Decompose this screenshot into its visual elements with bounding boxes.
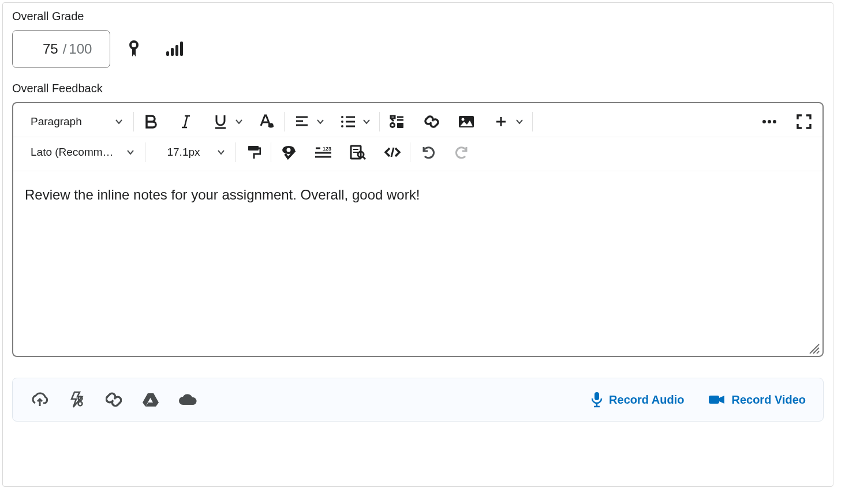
insert-stuff-button[interactable] [384,109,410,134]
font-size-dropdown[interactable]: 17.1px [150,140,231,165]
toolbar-separator [410,142,410,162]
toolbar-separator [532,112,533,131]
toolbar-separator [235,142,236,162]
font-dropdown[interactable]: Lato (Recomm… [25,140,140,165]
upload-file-icon[interactable] [30,390,50,409]
svg-point-21 [391,123,395,127]
list-button[interactable] [335,109,361,134]
svg-point-24 [462,118,465,121]
format-dropdown[interactable]: Paragraph [25,109,129,134]
svg-rect-4 [180,42,183,56]
record-audio-button[interactable]: Record Audio [590,392,684,408]
align-dropdown[interactable] [312,109,328,134]
svg-rect-1 [166,51,169,56]
svg-rect-3 [175,45,178,56]
svg-rect-30 [248,146,259,151]
svg-point-15 [341,125,343,127]
microphone-icon [590,392,603,408]
attachment-bar: Record Audio Record Video [12,378,824,422]
underline-dropdown[interactable] [231,109,247,134]
format-painter-button[interactable] [241,140,266,165]
toolbar-separator [133,112,134,131]
grade-max: 100 [69,41,92,57]
editor-toolbar-row-1: Paragraph [13,103,822,137]
record-links: Record Audio Record Video [590,392,806,408]
chevron-down-icon [515,118,524,126]
insert-more-button[interactable] [488,109,514,134]
bar-chart-icon[interactable] [164,39,184,59]
svg-line-41 [363,157,365,159]
chevron-down-icon [115,118,123,126]
svg-rect-2 [171,48,174,56]
quicklink-icon[interactable] [67,390,87,409]
svg-point-14 [341,121,343,123]
chevron-down-icon [362,118,371,126]
ribbon-icon[interactable] [124,39,144,59]
chevron-down-icon [217,148,225,156]
chevron-down-icon [235,118,243,126]
word-count-button[interactable]: 123 [311,140,336,165]
link-button[interactable] [419,109,444,134]
toolbar-separator [271,142,271,162]
bold-button[interactable] [139,109,164,134]
svg-rect-48 [594,392,599,400]
onedrive-icon[interactable] [178,390,197,409]
accessibility-check-button[interactable] [276,140,301,165]
source-code-button[interactable] [380,140,405,165]
svg-point-29 [773,120,776,123]
list-dropdown[interactable] [358,109,375,134]
svg-text:123: 123 [323,146,331,152]
svg-point-27 [762,120,766,123]
svg-point-32 [287,148,291,152]
svg-line-42 [391,148,394,157]
rich-text-editor: Paragraph [12,102,824,357]
toolbar-separator [284,112,285,131]
record-video-button[interactable]: Record Video [708,393,806,407]
svg-point-13 [341,116,343,118]
editor-content-area[interactable]: Review the inline notes for your assignm… [13,171,822,356]
align-button[interactable] [289,109,315,134]
fullscreen-button[interactable] [791,109,817,134]
svg-rect-51 [709,396,719,404]
feedback-text: Review the inline notes for your assignm… [25,185,811,205]
attach-link-icon[interactable] [104,390,124,409]
attachment-icons [30,390,197,409]
chevron-down-icon [316,118,324,126]
font-dropdown-label: Lato (Recomm… [31,146,114,159]
svg-rect-22 [397,123,403,128]
grade-input-group[interactable]: / 100 [12,30,110,68]
chevron-down-icon [126,148,134,156]
toolbar-separator [379,112,380,131]
overall-grade-label: Overall Grade [12,10,824,23]
video-camera-icon [708,394,726,405]
redo-button[interactable] [450,140,475,165]
grade-value-input[interactable] [31,40,59,58]
font-color-button[interactable] [254,109,279,134]
svg-line-7 [185,116,188,127]
image-button[interactable] [454,109,479,134]
feedback-panel: Overall Grade / 100 Overall Feedback Par… [2,2,833,487]
record-audio-label: Record Audio [609,393,684,407]
underline-button[interactable] [208,109,233,134]
preview-button[interactable] [345,140,371,165]
overall-feedback-label: Overall Feedback [12,82,824,95]
insert-more-dropdown[interactable] [511,109,528,134]
toolbar-separator [145,142,145,162]
grade-row: / 100 [12,30,824,68]
svg-line-45 [817,351,819,353]
resize-handle-icon[interactable] [807,342,820,355]
record-video-label: Record Video [731,393,806,407]
more-actions-button[interactable] [757,109,782,134]
undo-button[interactable] [415,140,440,165]
format-dropdown-label: Paragraph [31,115,82,128]
google-drive-icon[interactable] [141,390,160,409]
italic-button[interactable] [173,109,199,134]
font-size-label: 17.1px [167,146,200,159]
grade-separator: / [63,41,67,57]
svg-point-0 [130,42,137,48]
svg-point-46 [78,402,83,406]
editor-toolbar-row-2: Lato (Recomm… 17.1px 123 [13,137,822,171]
svg-point-28 [768,120,771,123]
